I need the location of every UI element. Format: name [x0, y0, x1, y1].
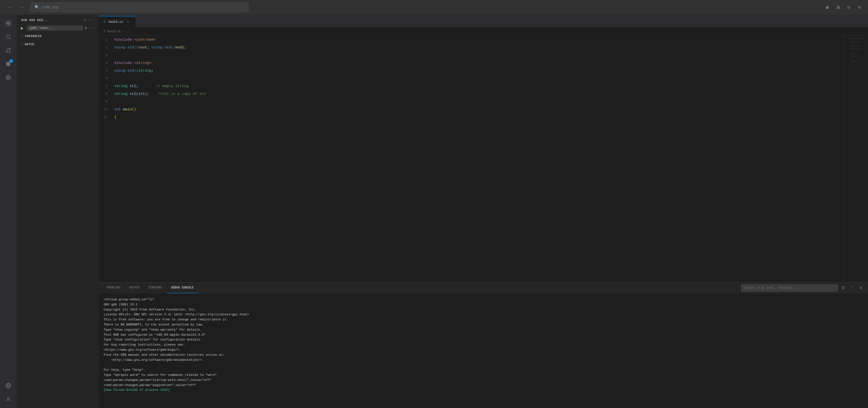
- line-number: 11: [99, 115, 113, 119]
- more-icon[interactable]: ···: [88, 19, 94, 22]
- debug-config-select[interactable]: (gdb) Launc...: [27, 25, 83, 31]
- variables-label: VARIABLES: [25, 35, 42, 38]
- variables-header[interactable]: ▾ VARIABLES: [17, 33, 99, 39]
- line-content[interactable]: #include <iostream>: [113, 38, 156, 42]
- line-number: 7: [99, 84, 113, 88]
- code-line: 6: [99, 74, 844, 82]
- svg-line-5: [9, 38, 11, 39]
- svg-point-10: [7, 63, 9, 65]
- activity-account-icon[interactable]: [2, 393, 14, 406]
- line-number: 10: [99, 107, 113, 111]
- console-line: <https://www.gnu.org/software/gdb/bugs/>…: [104, 347, 863, 352]
- line-content[interactable]: [113, 53, 117, 57]
- console-line: Type "show copying" and "show warranty" …: [104, 328, 863, 333]
- breadcrumb-sep: >: [122, 30, 124, 33]
- search-placeholder: code_cpp: [42, 5, 58, 9]
- line-number: 6: [99, 76, 113, 80]
- svg-rect-12: [7, 75, 9, 76]
- code-line: 2using std::cout; using std::endl;: [99, 43, 844, 51]
- code-line: 4#include <string>: [99, 59, 844, 67]
- line-content[interactable]: using std::string;: [113, 69, 154, 73]
- line-content[interactable]: [113, 76, 117, 80]
- search-bar[interactable]: 🔍 code_cpp: [31, 2, 248, 12]
- activity-search-icon[interactable]: [2, 31, 14, 43]
- editor-area: C test3.cc ✕ C test3.cc > ... 1#include …: [99, 14, 868, 408]
- layout-icon[interactable]: ▣: [824, 3, 831, 11]
- breadcrumb-file-icon: C: [104, 30, 105, 33]
- settings-icon2[interactable]: ⚙: [85, 26, 87, 31]
- activity-remote-icon[interactable]: [2, 379, 14, 392]
- editor-body: 1#include <iostream>2using std::cout; us…: [99, 36, 868, 282]
- activity-bar-bottom: [2, 379, 14, 406]
- line-content[interactable]: string st2(st1); //st2 is a copy of st1: [113, 92, 206, 96]
- svg-rect-1: [8, 21, 10, 23]
- breadcrumb-file[interactable]: test3.cc: [107, 30, 121, 33]
- line-number: 8: [99, 92, 113, 96]
- activity-debug-icon[interactable]: 1: [2, 58, 14, 70]
- console-line: Type "show configuration" for configurat…: [104, 337, 863, 342]
- line-content[interactable]: {: [113, 115, 117, 119]
- console-line: License GPLv3+: GNU GPL version 3 or lat…: [104, 312, 863, 317]
- line-number: 1: [99, 38, 113, 42]
- debug-badge: 1: [9, 59, 13, 63]
- panel-close-icon[interactable]: ✕: [857, 284, 864, 292]
- tab-problems[interactable]: PROBLEMS: [103, 283, 124, 293]
- line-content[interactable]: using std::cout; using std::endl;: [113, 45, 186, 49]
- console-line: This GDB was configured as "x86_64-apple…: [104, 333, 863, 338]
- console-line: Copyright (C) 2023 Free Software Foundat…: [104, 307, 863, 312]
- title-bar: ← → 🔍 code_cpp ▣ 🖥 ⊟ ⊞: [0, 0, 868, 14]
- panel-collapse-icon[interactable]: ⌃: [848, 284, 856, 292]
- panel-tabs: PROBLEMS OUTPUT TERMINAL DEBUG CONSOLE ☰…: [99, 283, 868, 293]
- settings-icon[interactable]: ⚙: [84, 19, 86, 22]
- run-button[interactable]: ▶: [20, 25, 25, 31]
- console-line: There is NO WARRANTY, to the extent perm…: [104, 322, 863, 328]
- line-content[interactable]: #include <string>: [113, 61, 151, 65]
- monitor-icon[interactable]: 🖥: [834, 3, 842, 11]
- panel-list-icon[interactable]: ☰: [840, 284, 847, 292]
- watch-label: WATCH: [25, 43, 34, 46]
- activity-bar: 1: [0, 14, 17, 408]
- bottom-panel: PROBLEMS OUTPUT TERMINAL DEBUG CONSOLE ☰…: [99, 282, 868, 408]
- tab-terminal[interactable]: TERMINAL: [145, 283, 166, 293]
- tab-output[interactable]: OUTPUT: [125, 283, 144, 293]
- tab-test3cc[interactable]: C test3.cc ✕: [99, 16, 135, 27]
- console-line: For help, type "help".: [104, 368, 863, 373]
- sidebar-title: RUN AND DEB... ⚙ ···: [17, 14, 99, 24]
- nav-back-button[interactable]: ←: [5, 2, 14, 12]
- tab-bar: C test3.cc ✕: [99, 14, 868, 27]
- tab-file-icon: C: [104, 20, 105, 24]
- line-content[interactable]: [113, 100, 117, 104]
- console-line: <http://www.gnu.org/software/gdb/documen…: [104, 358, 863, 363]
- panel-filter-input[interactable]: [741, 284, 838, 292]
- watch-header[interactable]: ▾ WATCH: [17, 41, 99, 48]
- tab-close-button[interactable]: ✕: [126, 20, 130, 24]
- panel-icon[interactable]: ⊞: [856, 3, 863, 11]
- code-line: 11{: [99, 113, 844, 121]
- line-content[interactable]: int main(): [113, 107, 136, 111]
- svg-point-7: [9, 48, 10, 49]
- activity-git-icon[interactable]: [2, 44, 14, 57]
- tab-debug-console[interactable]: DEBUG CONSOLE: [167, 283, 197, 293]
- activity-extensions-icon[interactable]: [2, 71, 14, 84]
- code-line: 5using std::string;: [99, 67, 844, 74]
- line-number: 3: [99, 53, 113, 57]
- activity-explorer-icon[interactable]: [2, 17, 14, 30]
- code-line: 7string st1; // empty string: [99, 82, 844, 90]
- more-icon2[interactable]: ···: [89, 26, 96, 30]
- debug-config-row: ▶ (gdb) Launc... ⚙ ···: [17, 24, 99, 32]
- nav-forward-button[interactable]: →: [17, 2, 27, 12]
- split-icon[interactable]: ⊟: [845, 3, 852, 11]
- variables-section: ▾ VARIABLES: [17, 32, 99, 40]
- svg-point-8: [9, 51, 10, 53]
- variables-chevron-icon: ▾: [21, 35, 23, 38]
- line-content[interactable]: string st1; // empty string: [113, 84, 188, 88]
- line-number: 5: [99, 69, 113, 73]
- svg-rect-2: [6, 24, 8, 25]
- code-editor[interactable]: 1#include <iostream>2using std::cout; us…: [99, 36, 844, 282]
- console-line: =thread-group-added,id="i1": [104, 297, 863, 302]
- search-icon: 🔍: [35, 5, 39, 10]
- console-line: For bug reporting instructions, please s…: [104, 342, 863, 347]
- run-debug-label: RUN AND DEB...: [21, 19, 49, 22]
- sidebar: RUN AND DEB... ⚙ ··· ▶ (gdb) Launc... ⚙ …: [17, 14, 99, 408]
- breadcrumb-context[interactable]: ...: [125, 30, 131, 33]
